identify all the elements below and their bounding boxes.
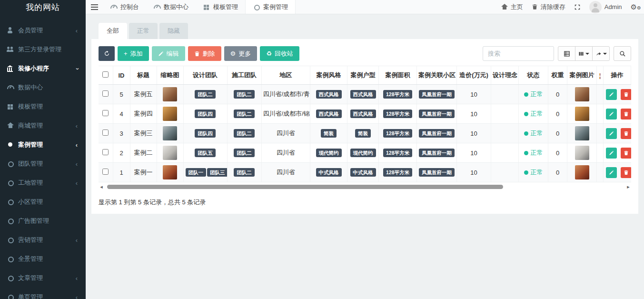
status-label: 正常 (531, 130, 543, 137)
delete-button[interactable]: 删除 (188, 46, 221, 61)
chevron-icon (74, 179, 79, 187)
navbar-tab-label: 案例管理 (263, 3, 288, 11)
sidebar-item[interactable]: 单页管理 (0, 288, 86, 299)
avatar (589, 1, 602, 13)
row-edit-button[interactable] (606, 89, 617, 100)
sidebar-item[interactable]: 广告图管理 (0, 211, 86, 230)
sidebar-item[interactable]: 模板管理 (0, 97, 86, 116)
sidebar-item[interactable]: 第三方登录管理 (0, 40, 86, 59)
row-checkbox[interactable] (102, 110, 109, 116)
cell-title: 案例二 (130, 143, 157, 163)
select-all-checkbox[interactable] (102, 71, 109, 78)
sidebar-item[interactable]: 会员管理 (0, 21, 86, 40)
detail-view-button[interactable] (558, 46, 575, 61)
gears-icon[interactable]: ⚙︎⚙︎ (631, 3, 641, 10)
users-icon (7, 46, 14, 53)
row-delete-button[interactable] (621, 167, 631, 178)
delete-button-label: 删除 (203, 50, 215, 58)
select-all-header (99, 66, 113, 85)
row-checkbox[interactable] (102, 130, 109, 136)
add-button[interactable]: + 添加 (118, 46, 149, 61)
more-button[interactable]: ⚙︎ 更多 (224, 46, 258, 61)
scroll-left-arrow[interactable]: ◂ (99, 184, 104, 190)
row-delete-button[interactable] (621, 89, 631, 100)
case-image[interactable] (575, 146, 589, 160)
row-checkbox[interactable] (102, 149, 109, 155)
cell-build-teams: 团队二 (227, 104, 261, 124)
row-delete-button[interactable] (621, 128, 631, 139)
gauge-icon (7, 84, 14, 91)
navbar-tab[interactable]: 案例管理 (245, 0, 296, 14)
clear-cache-link[interactable]: 清除缓存 (532, 3, 565, 11)
cell-house-type: 西式风格 (347, 104, 379, 124)
site-title[interactable]: 我的网站 (0, 0, 86, 14)
column-header: 案例户型 (347, 66, 379, 85)
columns-toggle-button[interactable] (575, 46, 593, 61)
user-menu[interactable]: Admin (589, 1, 622, 13)
export-button[interactable] (592, 46, 610, 61)
thumbnail-image[interactable] (163, 107, 177, 121)
navbar-tab[interactable]: 数据中心 (146, 0, 196, 14)
team-badge: 团队四 (195, 129, 216, 138)
cell-operations (604, 143, 631, 163)
bank-icon (7, 65, 14, 72)
scroll-right-arrow[interactable]: ▸ (625, 184, 631, 190)
row-checkbox[interactable] (102, 90, 109, 97)
sidebar-item[interactable]: 营销管理 (0, 230, 86, 249)
cell-style: 简装 (310, 124, 347, 143)
navbar-tab[interactable]: 控制台 (103, 0, 146, 14)
navbar-tab[interactable]: 模板管理 (196, 0, 245, 14)
navbar-right: 主页 清除缓存 Admin ⚙︎⚙︎ (501, 0, 644, 14)
refresh-button[interactable] (99, 46, 115, 61)
search-input[interactable] (483, 46, 554, 61)
sidebar-item[interactable]: 文章管理 (0, 269, 86, 288)
sidebar-item[interactable]: 案例管理 (0, 135, 86, 154)
cell-concept (491, 143, 519, 163)
pencil-icon (609, 111, 614, 117)
table-row: 5 案例五 团队二 团队二 四川省/成都市/青羊区 西式风格 西式风格 128平… (99, 85, 631, 104)
sidebar-item[interactable]: 全景管理 (0, 249, 86, 269)
sidebar-item[interactable]: 数据中心 (0, 78, 86, 97)
case-image[interactable] (575, 107, 589, 121)
sidebar-toggle-icon[interactable] (86, 0, 103, 14)
home-link[interactable]: 主页 (501, 3, 523, 11)
sidebar-item[interactable]: 工地管理 (0, 173, 86, 192)
scrollbar-track[interactable] (104, 184, 625, 189)
row-edit-button[interactable] (606, 128, 617, 139)
area-badge: 128平方米 (383, 110, 412, 119)
house-type-badge: 简装 (355, 129, 371, 138)
thumbnail-image[interactable] (163, 126, 177, 140)
sidebar-item[interactable]: 商城管理 (0, 116, 86, 135)
chevron-icon (74, 122, 79, 130)
sidebar-item[interactable]: 小区管理 (0, 192, 86, 211)
circle-icon (7, 218, 14, 224)
team-badge: 团队二 (195, 90, 216, 99)
cell-area: 128平方米 (379, 85, 417, 104)
thumbnail-image[interactable] (163, 165, 177, 179)
recycle-bin-button[interactable]: ♻︎ 回收站 (260, 46, 299, 61)
row-edit-button[interactable] (606, 167, 617, 178)
edit-button[interactable]: 编辑 (152, 46, 185, 61)
row-checkbox[interactable] (102, 169, 109, 175)
toolbar-right (483, 46, 631, 61)
scrollbar-thumb[interactable] (107, 185, 503, 189)
fullscreen-button[interactable] (574, 4, 581, 10)
thumbnail-image[interactable] (163, 146, 177, 160)
filter-tab[interactable]: 隐藏 (159, 23, 188, 39)
sidebar-item[interactable]: 装修小程序 (0, 59, 86, 78)
row-delete-button[interactable] (621, 109, 631, 120)
case-image[interactable] (575, 165, 589, 179)
case-image[interactable] (575, 126, 589, 140)
search-button[interactable] (614, 46, 631, 61)
row-edit-button[interactable] (606, 148, 617, 159)
filter-tab[interactable]: 正常 (129, 23, 158, 39)
row-edit-button[interactable] (606, 109, 617, 120)
sidebar-item[interactable]: 团队管理 (0, 154, 86, 173)
more-button-label: 更多 (238, 50, 251, 58)
cell-weight: 0 (548, 143, 567, 163)
main-area: 控制台 数据中心 模板管理 案例管理 (86, 0, 644, 299)
case-image[interactable] (575, 87, 589, 101)
thumbnail-image[interactable] (163, 87, 177, 101)
filter-tab[interactable]: 全部 (99, 23, 127, 39)
row-delete-button[interactable] (621, 148, 631, 159)
